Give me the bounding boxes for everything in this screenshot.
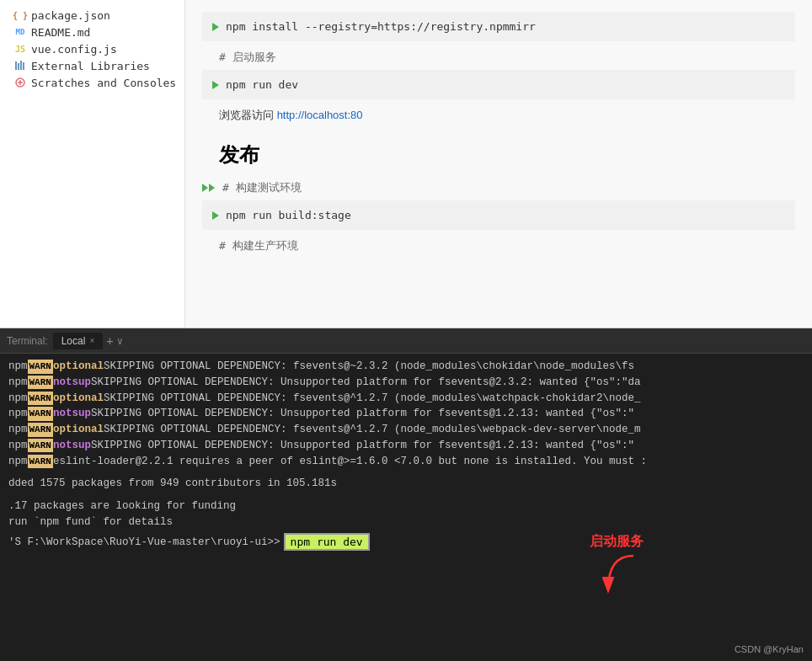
annotation-text: 启动服务 — [590, 531, 644, 552]
watermark: CSDN @KryHan — [735, 644, 804, 654]
funding-line-2: run `npm fund` for details — [8, 514, 804, 530]
annotation-area: 启动服务 — [590, 531, 644, 594]
file-item-vue-config[interactable]: JS vue.config.js — [0, 40, 184, 57]
terminal-line: npm WARN notsup SKIPPING OPTIONAL DEPEND… — [8, 438, 804, 454]
svg-rect-1 — [18, 63, 19, 70]
file-label: vue.config.js — [31, 43, 117, 56]
start-block: npm run dev — [202, 70, 795, 99]
doc-panel: npm install --registry=https://registry.… — [185, 0, 812, 328]
terminal-line: npm WARN notsup SKIPPING OPTIONAL DEPEND… — [8, 375, 804, 391]
build-test-cmd: npm run build:stage — [226, 209, 351, 221]
terminal-line: npm WARN optional SKIPPING OPTIONAL DEPE… — [8, 391, 804, 407]
terminal-line: npm WARN optional SKIPPING OPTIONAL DEPE… — [8, 359, 804, 375]
install-cmd: npm install --registry=https://registry.… — [226, 20, 536, 33]
add-terminal-icon[interactable]: + — [106, 334, 113, 348]
js-icon: JS — [13, 42, 27, 56]
build-test-block: npm run build:stage — [202, 200, 795, 230]
start-comment: # 启动服务 — [202, 45, 795, 67]
chevron-down-icon[interactable]: ∨ — [117, 335, 123, 347]
funding-line-1: .17 packages are looking for funding — [8, 498, 804, 514]
close-icon[interactable]: × — [89, 336, 94, 345]
prompt-gt: > — [274, 535, 280, 551]
terminal-tabs: Terminal: Local × + ∨ — [0, 328, 812, 354]
terminal-label: Terminal: — [7, 335, 48, 347]
terminal-line: npm WARN eslint-loader@2.2.1 requires a … — [8, 454, 804, 470]
build-prod-comment: # 构建生产环境 — [202, 233, 795, 255]
file-item-package-json[interactable]: { } package.json — [0, 7, 184, 24]
terminal-line: npm WARN notsup SKIPPING OPTIONAL DEPEND… — [8, 406, 804, 422]
publish-title: 发布 — [202, 128, 795, 175]
file-tree: { } package.json MD README.md JS vue.con… — [0, 0, 185, 328]
svg-rect-3 — [23, 62, 24, 70]
svg-rect-2 — [20, 61, 22, 70]
file-label: package.json — [31, 9, 110, 22]
file-item-external-libs[interactable]: External Libraries — [0, 57, 184, 74]
scratch-icon — [13, 76, 27, 89]
file-item-scratches[interactable]: Scratches and Consoles — [0, 74, 184, 91]
top-section: { } package.json MD README.md JS vue.con… — [0, 0, 812, 328]
terminal-body: npm WARN optional SKIPPING OPTIONAL DEPE… — [0, 354, 812, 661]
svg-rect-0 — [15, 61, 17, 70]
arrow-icon — [591, 552, 642, 594]
added-line: dded 1575 packages from 949 contributors… — [8, 476, 804, 492]
double-play-icon — [202, 184, 216, 192]
tab-label: Local — [61, 335, 86, 347]
file-label: README.md — [31, 26, 90, 39]
md-icon: MD — [13, 25, 27, 39]
browser-url[interactable]: http://localhost:80 — [277, 109, 363, 121]
file-item-readme[interactable]: MD README.md — [0, 24, 184, 40]
terminal-tab-local[interactable]: Local × — [53, 333, 104, 349]
libs-icon — [13, 59, 27, 72]
file-label: External Libraries — [31, 60, 150, 72]
highlighted-cmd: npm run dev — [284, 533, 370, 551]
play-icon-3 — [212, 211, 219, 220]
browser-line: 浏览器访问 http://localhost:80 — [202, 103, 795, 128]
json-icon: { } — [13, 8, 27, 22]
play-icon-2 — [212, 81, 219, 89]
cmd-highlight-box: npm run dev — [284, 534, 370, 552]
file-label: Scratches and Consoles — [31, 77, 176, 89]
prompt-line: 'S F:\WorkSpace\RuoYi-Vue-master\ruoyi-u… — [8, 534, 804, 552]
start-cmd: npm run dev — [226, 78, 298, 91]
install-block: npm install --registry=https://registry.… — [202, 12, 795, 41]
play-icon — [212, 23, 219, 31]
terminal-line: npm WARN optional SKIPPING OPTIONAL DEPE… — [8, 422, 804, 438]
browser-label: 浏览器访问 — [219, 109, 274, 121]
terminal-section: Terminal: Local × + ∨ npm WARN optional … — [0, 328, 812, 661]
build-test-comment: # 构建测试环境 — [222, 180, 302, 195]
